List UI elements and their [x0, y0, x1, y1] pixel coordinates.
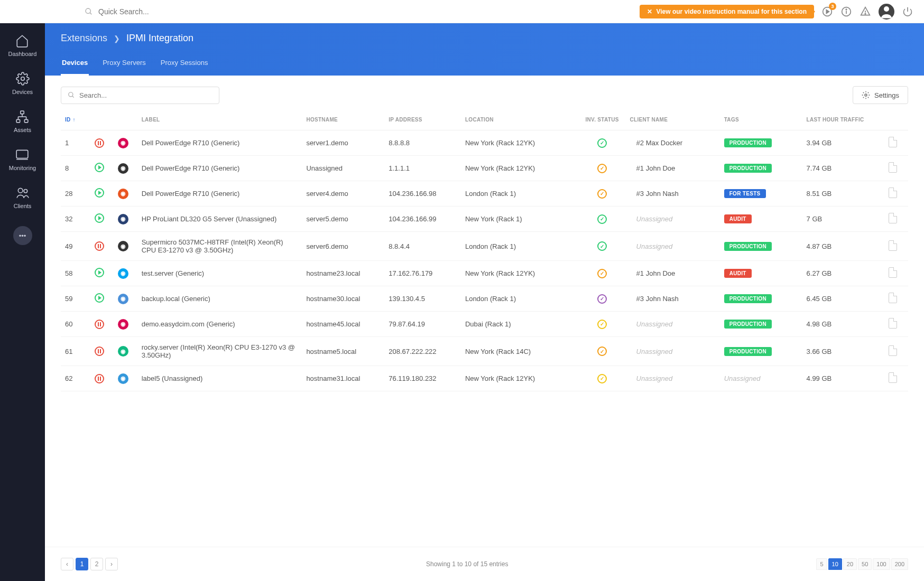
table-row[interactable]: 1 ◉ Dell PowerEdge R710 (Generic) server… [61, 130, 908, 156]
os-icon: ◉ [118, 294, 128, 304]
note-icon[interactable] [889, 318, 897, 329]
col-client[interactable]: CLIENT NAME [626, 109, 720, 130]
sidebar-item-assets[interactable]: Assets [14, 110, 31, 133]
table-search-input[interactable] [79, 91, 212, 99]
col-ip[interactable]: IP ADDRESS [384, 109, 461, 130]
cell-label: label5 (Unassigned) [137, 366, 302, 391]
sidebar-item-monitoring[interactable]: Monitoring [9, 148, 36, 171]
page-size-100[interactable]: 100 [873, 558, 890, 570]
power-icon[interactable] [902, 6, 913, 17]
cell-label: Dell PowerEdge R710 (Generic) [137, 130, 302, 156]
tab-proxy-servers[interactable]: Proxy Servers [101, 53, 147, 76]
client-unassigned: Unassigned [636, 348, 673, 355]
note-icon[interactable] [889, 240, 897, 251]
tag-unassigned: Unassigned [724, 374, 761, 382]
pause-icon [95, 374, 104, 383]
tab-devices[interactable]: Devices [61, 53, 89, 76]
breadcrumb: Extensions ❯ IPMI Integration [61, 33, 908, 44]
page-size-50[interactable]: 50 [858, 558, 872, 570]
note-icon[interactable] [889, 267, 897, 278]
table-row[interactable]: 28 ◉ Dell PowerEdge R710 (Generic) serve… [61, 181, 908, 207]
col-inv-status[interactable]: INV. STATUS [579, 109, 626, 130]
table-search[interactable] [61, 87, 219, 104]
os-icon: ◉ [118, 268, 128, 279]
svg-rect-11 [21, 111, 24, 114]
quick-search-input[interactable] [98, 7, 257, 16]
note-icon[interactable] [889, 345, 897, 356]
note-icon[interactable] [889, 188, 897, 198]
table-row[interactable]: 62 ◉ label5 (Unassigned) hostname31.loca… [61, 366, 908, 391]
settings-button[interactable]: Settings [853, 86, 908, 104]
info-icon[interactable] [840, 6, 852, 17]
sort-asc-icon: ↑ [73, 117, 76, 123]
page-size-5[interactable]: 5 [816, 558, 827, 570]
alert-icon[interactable] [860, 6, 871, 17]
cell-hostname: hostname45.local [302, 312, 384, 337]
tag-badge: AUDIT [724, 269, 752, 278]
inv-status-icon: ✓ [597, 346, 607, 356]
table-row[interactable]: 49 ◉ Supermicro 5037MC-H8TRF (Intel(R) X… [61, 232, 908, 261]
sidebar-item-clients[interactable]: Clients [14, 186, 32, 209]
cell-traffic: 6.27 GB [802, 261, 885, 286]
more-icon: ••• [19, 232, 26, 240]
video-banner[interactable]: ✕ View our video instruction manual for … [640, 5, 815, 18]
page-size-200[interactable]: 200 [891, 558, 908, 570]
cell-hostname: hostname5.local [302, 337, 384, 366]
table-row[interactable]: 8 ◉ Dell PowerEdge R710 (Generic) Unassi… [61, 156, 908, 181]
os-icon: ◉ [118, 138, 128, 148]
cell-label: Supermicro 5037MC-H8TRF (Intel(R) Xeon(R… [137, 232, 302, 261]
inv-status-icon: ✓ [597, 138, 607, 148]
cell-traffic: 4.87 GB [802, 232, 885, 261]
page-2[interactable]: 2 [90, 558, 103, 570]
page-size-20[interactable]: 20 [843, 558, 857, 570]
sidebar-item-devices[interactable]: Devices [12, 72, 33, 95]
quick-search[interactable] [85, 7, 640, 16]
close-icon[interactable]: ✕ [647, 8, 652, 15]
breadcrumb-parent[interactable]: Extensions [61, 33, 107, 44]
table-row[interactable]: 32 ◉ HP ProLiant DL320 G5 Server (Unassi… [61, 207, 908, 232]
cell-traffic: 6.45 GB [802, 286, 885, 312]
col-traffic[interactable]: LAST HOUR TRAFFIC [802, 109, 885, 130]
sidebar-item-label: Monitoring [9, 165, 36, 171]
note-icon[interactable] [889, 293, 897, 303]
table-row[interactable]: 60 ◉ demo.easydcim.com (Generic) hostnam… [61, 312, 908, 337]
svg-point-6 [846, 9, 847, 10]
avatar[interactable] [879, 4, 894, 20]
pause-icon [95, 320, 104, 329]
page-1[interactable]: 1 [76, 558, 88, 570]
col-tags[interactable]: TAGS [720, 109, 802, 130]
tab-proxy-sessions[interactable]: Proxy Sessions [160, 53, 209, 76]
note-icon[interactable] [889, 137, 897, 147]
col-id[interactable]: ID↑ [61, 109, 90, 130]
table-row[interactable]: 61 ◉ rocky.server (Intel(R) Xeon(R) CPU … [61, 337, 908, 366]
cell-location: Dubai (Rack 1) [461, 312, 579, 337]
cell-label: test.server (Generic) [137, 261, 302, 286]
cell-location: London (Rack 1) [461, 286, 579, 312]
sidebar-more-button[interactable]: ••• [13, 226, 32, 245]
inv-status-icon: ✓ [597, 164, 607, 173]
os-icon: ◉ [118, 163, 128, 174]
svg-rect-12 [17, 119, 21, 122]
sidebar-item-label: Assets [14, 127, 31, 133]
sidebar-item-dashboard[interactable]: Dashboard [8, 34, 37, 57]
svg-rect-13 [25, 119, 29, 122]
table-row[interactable]: 58 ◉ test.server (Generic) hostname23.lo… [61, 261, 908, 286]
page-prev[interactable]: ‹ [61, 558, 73, 570]
col-location[interactable]: LOCATION [461, 109, 579, 130]
os-icon: ◉ [118, 346, 128, 357]
col-label[interactable]: LABEL [137, 109, 302, 130]
play-icon [95, 188, 104, 198]
table-row[interactable]: 59 ◉ backup.local (Generic) hostname30.l… [61, 286, 908, 312]
cell-hostname: hostname31.local [302, 366, 384, 391]
note-icon[interactable] [889, 372, 897, 383]
note-icon[interactable] [889, 162, 897, 173]
cell-hostname: server4.demo [302, 181, 384, 207]
search-icon [68, 91, 75, 99]
page-next[interactable]: › [105, 558, 118, 570]
settings-label: Settings [874, 91, 899, 99]
col-hostname[interactable]: HOSTNAME [302, 109, 384, 130]
page-size-10[interactable]: 10 [828, 558, 842, 570]
cell-hostname: server6.demo [302, 232, 384, 261]
note-icon[interactable] [889, 213, 897, 223]
help-icon[interactable]: 3 [821, 6, 833, 17]
